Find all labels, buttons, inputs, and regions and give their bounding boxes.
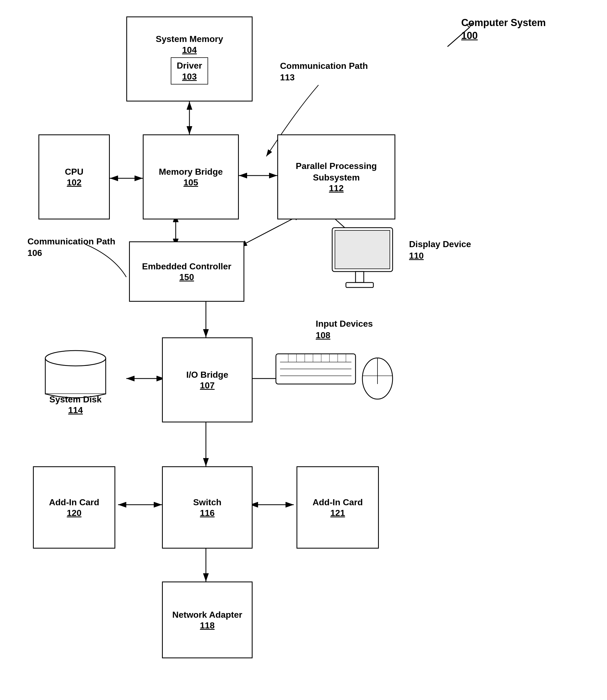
comm-path-113-label: Communication Path 113 [280, 60, 368, 83]
diagram: Computer System 100 System Memory 104 Dr… [0, 0, 607, 700]
svg-rect-17 [335, 231, 390, 269]
keyboard-svg [274, 351, 362, 390]
computer-system-arrow [434, 22, 475, 55]
disk-svg [43, 345, 108, 399]
svg-line-15 [447, 27, 469, 47]
switch-box: Switch 116 [162, 466, 253, 549]
display-device-label: Display Device 110 [409, 239, 471, 261]
system-disk: System Disk 114 [36, 337, 115, 422]
io-bridge-box: I/O Bridge 107 [162, 337, 253, 422]
svg-rect-18 [356, 271, 364, 283]
input-devices-label: Input Devices 108 [316, 318, 373, 341]
mouse-svg [360, 351, 395, 400]
svg-point-21 [45, 351, 106, 366]
embedded-controller-box: Embedded Controller 150 [129, 241, 244, 302]
memory-bridge-box: Memory Bridge 105 [143, 134, 239, 219]
parallel-processing-box: Parallel Processing Subsystem 112 [277, 134, 395, 219]
add-in-card-120-box: Add-In Card 120 [33, 466, 115, 549]
cpu-box: CPU 102 [38, 134, 110, 219]
svg-rect-19 [346, 283, 373, 287]
display-device-svg [330, 225, 406, 296]
comm-path-106-label: Communication Path 106 [27, 236, 115, 259]
system-memory-box: System Memory 104 Driver 103 [126, 17, 253, 102]
add-in-card-121-box: Add-In Card 121 [296, 466, 379, 549]
driver-inner-box: Driver 103 [171, 57, 208, 85]
network-adapter-box: Network Adapter 118 [162, 582, 253, 658]
